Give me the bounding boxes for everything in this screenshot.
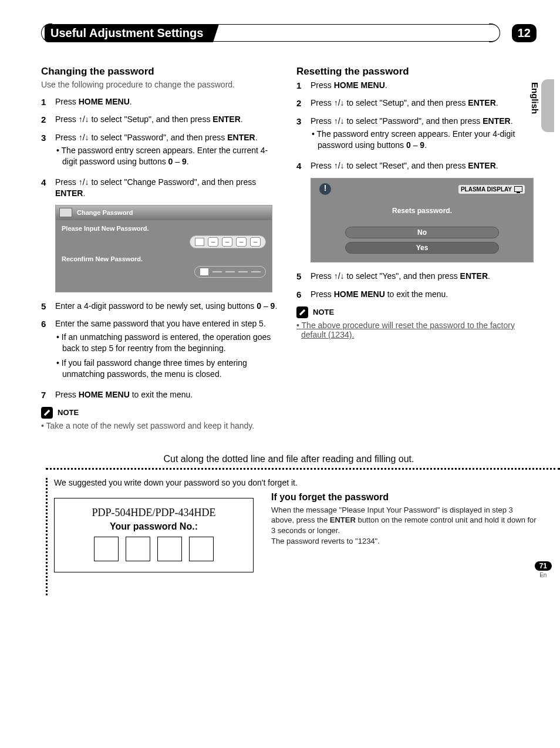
step-text: Press HOME MENU. <box>55 96 281 108</box>
page-lang: En <box>535 572 552 578</box>
keypad-icon <box>200 268 209 276</box>
osd-change-password: Change Password Please Input New Passwor… <box>55 205 272 292</box>
osd-reset-password: PLASMA DISPLAY Resets password. No Yes <box>311 178 534 262</box>
forget-heading: If you forget the password <box>271 492 537 503</box>
password-boxes <box>65 537 242 561</box>
cut-line-vertical <box>46 478 48 596</box>
page-number: 71 <box>535 561 552 571</box>
note-text: Take a note of the newly set password an… <box>41 421 281 430</box>
language-tab-label: English <box>530 82 540 114</box>
password-digit-box <box>126 537 150 561</box>
step-text: Press ↑/↓ to select "Change Password", a… <box>55 177 281 199</box>
step-text: Press ↑/↓ to select "Password", and then… <box>55 132 281 171</box>
password-digit-box <box>157 537 182 561</box>
step-text: Press HOME MENU to exit the menu. <box>55 389 281 401</box>
changing-password-sub: Use the following procedure to change th… <box>41 80 281 89</box>
osd-yes-button: Yes <box>345 242 499 254</box>
step-text: Press ↑/↓ to select "Setup", and then pr… <box>55 114 281 126</box>
changing-password-heading: Changing the password <box>41 66 281 78</box>
language-tab <box>541 79 554 132</box>
osd-reconfirm-label: Reconfirm New Password. <box>62 255 266 262</box>
step-text: Enter a 4-digit password to be newly set… <box>55 301 281 312</box>
note-icon <box>296 306 308 318</box>
step-text: Enter the same password that you have en… <box>55 318 281 383</box>
resetting-password-heading: Resetting the password <box>296 66 537 78</box>
forget-password-section: If you forget the password When the mess… <box>271 492 537 546</box>
osd-title-icon <box>59 208 72 217</box>
note-header: NOTE <box>41 407 281 419</box>
note-text: The above procedure will reset the passw… <box>296 321 537 339</box>
osd-reconfirm-field <box>194 266 266 278</box>
keypad-icon <box>195 238 204 246</box>
page-header: Useful Adjustment Settings 12 <box>41 23 537 42</box>
password-digit-box <box>189 537 214 561</box>
osd-reset-message: Resets password. <box>316 198 528 227</box>
password-card: PDP-504HDE/PDP-434HDE Your password No.: <box>54 498 254 572</box>
page-footer: 71 En <box>535 561 552 578</box>
info-icon <box>319 183 331 195</box>
right-column: Resetting the password 1 Press HOME MENU… <box>296 66 537 430</box>
chapter-number-badge: 12 <box>512 24 537 42</box>
left-column: Changing the password Use the following … <box>41 66 281 430</box>
osd-input-new-label: Please Input New Password. <box>62 225 266 232</box>
osd-new-password-field: –––– <box>190 235 266 248</box>
forget-revert: The password reverts to "1234". <box>271 536 537 547</box>
cut-intro: We suggested you write down your passwor… <box>54 478 537 487</box>
password-digit-box <box>94 537 119 561</box>
cut-line-horizontal <box>46 468 560 470</box>
model-label: PDP-504HDE/PDP-434HDE <box>65 507 242 519</box>
osd-title: Change Password <box>77 209 133 216</box>
note-icon <box>41 407 53 419</box>
password-no-label: Your password No.: <box>65 521 242 532</box>
cut-instruction: Cut along the dotted line and file after… <box>41 454 537 464</box>
header-title-outline: Useful Adjustment Settings <box>41 23 500 42</box>
plasma-display-label: PLASMA DISPLAY <box>458 185 525 194</box>
osd-no-button: No <box>345 227 499 238</box>
note-header: NOTE <box>296 306 537 318</box>
tv-icon <box>514 186 522 192</box>
chapter-title: Useful Adjustment Settings <box>45 24 211 42</box>
